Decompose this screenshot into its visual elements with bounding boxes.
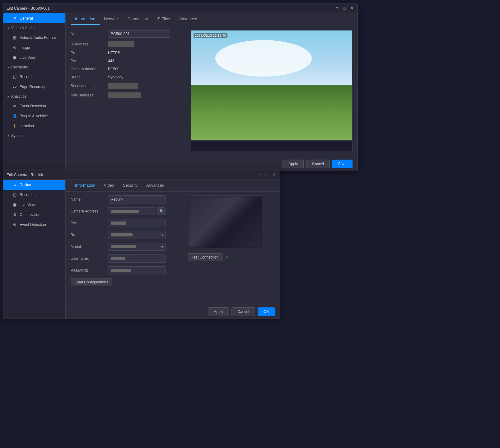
form-row-model: Model: ▾ (71, 243, 183, 251)
intrusion-icon: 🚶 (12, 124, 17, 128)
sidebar-section-system[interactable]: ∧ System (3, 131, 65, 140)
tab-ip-filter-bc500[interactable]: IP Filter (152, 13, 175, 25)
sidebar-label-edge-recording: Edge Recording (20, 85, 46, 89)
camera-feed-bc500 (191, 30, 352, 152)
window-title-reolink: Edit Camera - Reolink (7, 173, 43, 177)
form-row-brand-reolink: Brand: ▾ (71, 231, 183, 239)
sidebar-item-general[interactable]: ≡ General (3, 13, 65, 23)
help-icon[interactable]: ? (334, 6, 339, 11)
chevron-system: ∧ (7, 134, 9, 138)
model-value (111, 245, 136, 248)
port-value-reolink (111, 222, 126, 225)
close-icon-reolink[interactable]: ✕ (272, 172, 277, 177)
camera-preview-bc500: 2023/05/13 16:19:40 (191, 30, 353, 152)
general-icon: ≡ (12, 16, 17, 21)
label-port-reolink: Port: (71, 221, 108, 225)
sidebar-reolink: ≡ Device ◫ Recording ▣ Live View ⚙ Optim… (3, 180, 66, 319)
test-connection-button[interactable]: Test Connection (188, 253, 222, 261)
camera-timestamp: 2023/05/13 16:19:40 (194, 33, 227, 38)
sidebar-item-event-detection-reolink[interactable]: ⊕ Event Detection (3, 220, 65, 230)
sidebar-item-video-audio-format[interactable]: ▦ Video & Audio Format (3, 33, 65, 43)
live-view-icon: ▣ (12, 55, 17, 60)
sidebar-item-recording-reolink[interactable]: ◫ Recording (3, 190, 65, 200)
window-bc500: Edit Camera - BC500-001 ? □ ✕ ≡ General … (3, 3, 358, 171)
maximize-icon[interactable]: □ (342, 6, 347, 11)
sidebar-item-edge-recording[interactable]: SD Edge Recording (3, 82, 65, 92)
sidebar-label-recording: Recording (20, 75, 37, 79)
cancel-button-bc500[interactable]: Cancel (306, 160, 329, 168)
form-row-brand: Brand: Synology (71, 75, 186, 79)
form-row-username: Username: (71, 254, 183, 263)
model-select-display[interactable] (108, 243, 166, 251)
tab-information-reolink[interactable]: Information (71, 180, 100, 191)
save-button-bc500[interactable]: Save (332, 160, 353, 168)
label-name: Name: (71, 32, 108, 36)
section-analytics-label: Analytics (11, 94, 26, 99)
load-config-section: Load Configurations (71, 278, 183, 286)
camera-preview-reolink (188, 195, 262, 248)
sidebar-bc500: ≡ General ∧ Video & Audio ▦ Video & Audi… (3, 13, 66, 171)
input-name-reolink[interactable] (108, 195, 166, 203)
tab-connection-bc500[interactable]: Connection (123, 13, 152, 25)
sidebar-section-analytics[interactable]: ∧ Analytics (3, 92, 65, 101)
form-row-mac: MAC address: 00:00:98:00:70:a9 (71, 92, 186, 98)
sidebar-section-video-audio[interactable]: ∧ Video & Audio (3, 23, 65, 33)
label-camera-model: Camera model: (71, 67, 108, 71)
value-protocol: HTTPS (108, 51, 120, 55)
sidebar-item-live-view[interactable]: ▣ Live View (3, 53, 65, 63)
model-select-wrapper: ▾ (108, 243, 166, 251)
blurred-feed-reolink (188, 196, 262, 248)
tab-video-reolink[interactable]: Video (100, 180, 119, 191)
tab-information-bc500[interactable]: Information (71, 13, 100, 25)
sidebar-item-image[interactable]: ⊙ Image (3, 43, 65, 53)
form-row-camera-model: Camera model: BC500 (71, 67, 186, 71)
content-bc500: Information Network Connection IP Filter… (66, 13, 357, 171)
password-display[interactable] (108, 266, 166, 274)
tab-security-reolink[interactable]: Security (119, 180, 142, 191)
password-value (111, 269, 131, 272)
sidebar-item-people-vehicle[interactable]: 👤 People & Vehicle (3, 111, 65, 121)
sidebar-item-event-detection[interactable]: ⊕ Event Detection (3, 101, 65, 111)
help-icon-reolink[interactable]: ? (257, 172, 262, 177)
search-camera-address-button[interactable]: 🔍 (157, 207, 166, 215)
sidebar-item-optimization[interactable]: ⚙ Optimization (3, 210, 65, 220)
value-ip: 192.168.20.11 (108, 41, 134, 47)
form-row-name: Name: (71, 30, 186, 38)
section-video-audio-label: Video & Audio (11, 26, 35, 30)
close-icon[interactable]: ✕ (349, 6, 354, 11)
tab-advanced-reolink[interactable]: Advanced (142, 180, 169, 191)
sidebar-label-people-vehicle: People & Vehicle (20, 114, 48, 118)
image-icon: ⊙ (12, 45, 17, 50)
sidebar-item-intrusion[interactable]: 🚶 Intrusion (3, 121, 65, 131)
sidebar-item-recording[interactable]: ◫ Recording (3, 72, 65, 82)
edge-recording-icon: SD (12, 84, 17, 89)
username-display[interactable] (108, 254, 166, 263)
brand-select-display[interactable] (108, 231, 166, 239)
section-system-label: System (11, 133, 24, 138)
apply-button-bc500[interactable]: Apply (283, 160, 304, 168)
sidebar-section-recording[interactable]: ∧ Recording (3, 63, 65, 72)
load-configurations-button[interactable]: Load Configurations (71, 278, 112, 286)
input-name[interactable] (108, 30, 170, 38)
label-username: Username: (71, 256, 108, 261)
label-port: Port: (71, 59, 108, 63)
window-controls-bc500: ? □ ✕ (334, 6, 354, 11)
value-brand: Synology (108, 75, 123, 79)
sidebar-item-device[interactable]: ≡ Device (3, 180, 65, 190)
ok-button-reolink[interactable]: OK (258, 307, 275, 316)
sidebar-item-live-view-reolink[interactable]: ▣ Live View (3, 200, 65, 210)
camera-address-value (111, 210, 139, 213)
section-recording-label: Recording (11, 65, 28, 69)
window-body-reolink: ≡ Device ◫ Recording ▣ Live View ⚙ Optim… (3, 180, 280, 319)
apply-button-reolink[interactable]: Apply (208, 307, 229, 316)
titlebar-reolink: Edit Camera - Reolink ? □ ✕ (3, 170, 280, 180)
port-display-reolink[interactable] (108, 219, 166, 227)
maximize-icon-reolink[interactable]: □ (264, 172, 269, 177)
tab-advanced-bc500[interactable]: Advanced (175, 13, 202, 25)
sidebar-label-recording-reolink: Recording (20, 193, 37, 197)
label-camera-address: Camera Address: (71, 209, 108, 213)
tab-network-bc500[interactable]: Network (100, 13, 123, 25)
cancel-button-reolink[interactable]: Cancel (231, 307, 255, 316)
footer-reolink: Apply Cancel OK (66, 305, 280, 319)
sidebar-label-event-detection: Event Detection (20, 104, 46, 108)
